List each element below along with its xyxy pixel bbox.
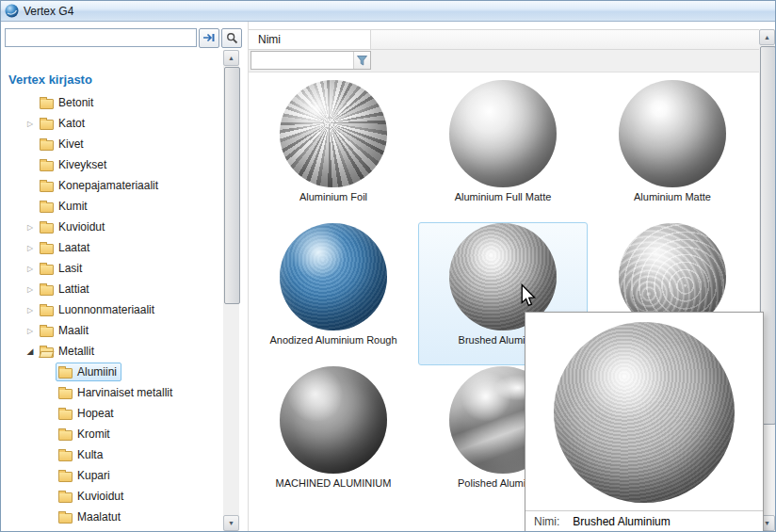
folder-icon: [40, 244, 54, 254]
material-card-aluminium-matte[interactable]: Aluminium Matte: [588, 79, 757, 222]
titlebar[interactable]: Vertex G4: [1, 1, 775, 22]
main-scroll-up-button[interactable]: ▲: [759, 29, 775, 45]
tree-item-label: Laatat: [58, 241, 89, 254]
expander-icon[interactable]: ◢: [24, 347, 37, 356]
tree-item-label: Luonnonmateriaalit: [58, 303, 154, 316]
tree-row-body: Luonnonmateriaalit: [37, 300, 159, 319]
material-sphere: [449, 80, 557, 187]
search-button[interactable]: [221, 28, 242, 48]
material-card-anodized-aluminium-rough[interactable]: Anodized Aluminium Rough: [249, 222, 418, 365]
tree-item-label: Maalit: [58, 324, 89, 337]
search-input[interactable]: [5, 28, 197, 47]
material-sphere: [280, 366, 387, 474]
sidebar-item-alumiini[interactable]: Alumiini: [1, 362, 223, 382]
filter-funnel-icon: [357, 56, 367, 66]
folder-icon: [58, 492, 73, 503]
folder-icon: [58, 368, 73, 379]
preview-sphere: [554, 322, 735, 503]
folder-icon: [58, 430, 73, 441]
material-card-aluminium-foil[interactable]: Aluminium Foil: [249, 79, 418, 222]
folder-icon: [40, 285, 54, 296]
tree-item-label: Harvinaiset metallit: [77, 386, 172, 399]
tree-row-body: Kivet: [37, 135, 89, 153]
material-card-machined-aluminium[interactable]: MACHINED ALUMINIUM: [249, 365, 418, 508]
material-name: MACHINED ALUMINIUM: [276, 477, 392, 489]
tree-item-label: Alumiini: [77, 365, 117, 379]
sidebar-item-maalatut[interactable]: Maalatut: [1, 507, 223, 527]
sidebar-item-lattiat[interactable]: ▷ Lattiat: [1, 279, 223, 299]
tree-item-label: Konepajamateriaalit: [58, 179, 158, 192]
sidebar-item-katot[interactable]: ▷ Katot: [1, 113, 223, 134]
sidebar-item-kumit[interactable]: Kumit: [1, 196, 223, 217]
tree-row-body: Kiveykset: [37, 155, 111, 174]
tree-item-label: Betonit: [58, 96, 93, 109]
sidebar-item-harvinaiset-metallit[interactable]: Harvinaiset metallit: [1, 382, 223, 403]
expander-icon[interactable]: ▷: [24, 223, 37, 232]
material-preview-popup: Nimi: Brushed Aluminium: [525, 312, 764, 532]
folder-icon: [40, 347, 54, 358]
sidebar-item-kuvioidut[interactable]: ▷ Kuvioidut: [1, 217, 223, 237]
expander-icon[interactable]: ▷: [24, 327, 37, 335]
sidebar-item-kuvioidut[interactable]: Kuvioidut: [1, 486, 223, 507]
folder-icon: [58, 472, 73, 482]
column-header-nimi[interactable]: Nimi: [249, 30, 371, 49]
material-name: Anodized Aluminium Rough: [269, 334, 396, 346]
tree-item-label: Kivet: [58, 137, 84, 151]
expander-icon[interactable]: ▷: [24, 120, 37, 128]
expander-icon[interactable]: ▷: [24, 285, 37, 294]
tree-item-label: Kuvioidut: [58, 220, 105, 234]
tree-item-label: Lattiat: [58, 282, 89, 296]
app-icon: [5, 4, 19, 18]
app-window: Vertex G4 Vertex kirjasto: [0, 0, 776, 532]
tree-row-body: Betonit: [37, 93, 98, 112]
sidebar-item-kiveykset[interactable]: Kiveykset: [1, 154, 223, 175]
tree-row-body: Konepajamateriaalit: [37, 176, 163, 195]
material-name: Aluminium Foil: [299, 191, 367, 202]
filter-input[interactable]: [251, 52, 353, 69]
sidebar-scrollbar[interactable]: ▲ ▼: [223, 50, 239, 531]
tree-item-label: Katot: [58, 117, 85, 130]
sidebar-item-betonit[interactable]: Betonit: [1, 92, 223, 113]
folder-icon: [40, 161, 54, 171]
expander-icon[interactable]: ▷: [24, 244, 37, 252]
sidebar-item-luonnonmateriaalit[interactable]: ▷ Luonnonmateriaalit: [1, 299, 223, 320]
library-heading: Vertex kirjasto: [1, 50, 223, 92]
tree-row-body: Kulta: [56, 445, 107, 464]
sidebar-item-laatat[interactable]: ▷ Laatat: [1, 237, 223, 258]
preview-field-label: Nimi:: [534, 515, 559, 528]
expander-icon[interactable]: ▷: [24, 265, 37, 273]
tree-row-body: Maalatut: [56, 508, 125, 526]
sidebar-scroll-thumb[interactable]: [224, 67, 240, 304]
sidebar-item-lasit[interactable]: ▷ Lasit: [1, 258, 223, 279]
mouse-cursor: [520, 283, 537, 309]
sidebar-scroll-down-button[interactable]: ▼: [223, 515, 239, 531]
folder-icon: [40, 327, 54, 337]
filter-row: [249, 50, 759, 73]
tree-item-label: Kromit: [77, 427, 110, 441]
material-card-aluminium-full-matte[interactable]: Aluminium Full Matte: [418, 79, 588, 222]
sidebar-item-kupari[interactable]: Kupari: [1, 465, 223, 486]
sidebar: Vertex kirjasto Betonit ▷ Katot Kivet Ki…: [1, 50, 223, 531]
expander-icon[interactable]: ▷: [24, 306, 37, 314]
sidebar-item-kromit[interactable]: Kromit: [1, 424, 223, 444]
tree-row-body: Kupari: [56, 466, 115, 485]
tree-row-body: Kumit: [37, 197, 92, 216]
tree-row-body: Kuvioidut: [37, 218, 109, 236]
tree-item-label: Kumit: [58, 200, 88, 213]
sidebar-item-kulta[interactable]: Kulta: [1, 444, 223, 465]
folder-icon: [40, 120, 54, 130]
tree-row-body: Metallit: [37, 342, 99, 361]
go-button[interactable]: [199, 28, 219, 48]
tree-item-label: Lasit: [58, 262, 82, 275]
sidebar-item-kivet[interactable]: Kivet: [1, 134, 223, 154]
tree-row-body: Laatat: [37, 238, 94, 257]
tree-row-body: Lattiat: [37, 280, 94, 298]
folder-icon: [40, 306, 54, 316]
sidebar-item-metallit[interactable]: ◢ Metallit: [1, 341, 223, 362]
filter-button[interactable]: [353, 52, 370, 69]
sidebar-item-hopeat[interactable]: Hopeat: [1, 403, 223, 424]
folder-icon: [58, 410, 73, 420]
sidebar-scroll-up-button[interactable]: ▲: [223, 50, 239, 66]
sidebar-item-konepajamateriaalit[interactable]: Konepajamateriaalit: [1, 175, 223, 196]
sidebar-item-maalit[interactable]: ▷ Maalit: [1, 320, 223, 341]
